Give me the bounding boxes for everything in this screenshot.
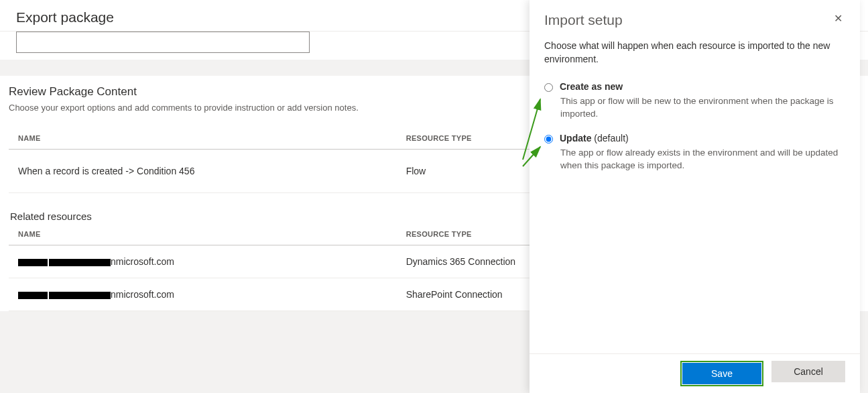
option-label: Update (default): [560, 133, 629, 144]
import-setup-panel: Import setup ✕ Choose what will happen w…: [530, 0, 860, 393]
package-name-input[interactable]: [16, 32, 310, 53]
option-desc: The app or flow already exists in the en…: [560, 146, 845, 172]
col-name: NAME: [9, 225, 397, 245]
radio-create-as-new[interactable]: [544, 83, 553, 92]
option-create-as-new[interactable]: Create as new: [544, 81, 845, 92]
related-name: nmicrosoft.com: [9, 245, 397, 278]
close-icon[interactable]: ✕: [831, 12, 845, 25]
email-suffix: nmicrosoft.com: [111, 256, 174, 267]
redacted-text: [18, 259, 48, 266]
related-name: nmicrosoft.com: [9, 278, 397, 311]
panel-title: Import setup: [544, 12, 623, 28]
save-button[interactable]: Save: [682, 363, 761, 384]
resource-name: When a record is created -> Condition 45…: [9, 150, 397, 193]
redacted-text: [49, 292, 111, 299]
radio-update[interactable]: [544, 135, 553, 144]
option-label: Create as new: [560, 81, 623, 92]
save-highlight: Save: [680, 361, 763, 386]
redacted-text: [18, 292, 48, 299]
panel-footer: Save Cancel: [530, 353, 860, 393]
email-suffix: nmicrosoft.com: [111, 289, 174, 300]
cancel-button[interactable]: Cancel: [771, 361, 845, 382]
col-name: NAME: [9, 129, 397, 150]
option-update[interactable]: Update (default): [544, 133, 845, 144]
panel-intro: Choose what will happen when each resour…: [544, 39, 845, 66]
option-desc: This app or flow will be new to the envi…: [560, 95, 845, 121]
redacted-text: [49, 259, 111, 266]
